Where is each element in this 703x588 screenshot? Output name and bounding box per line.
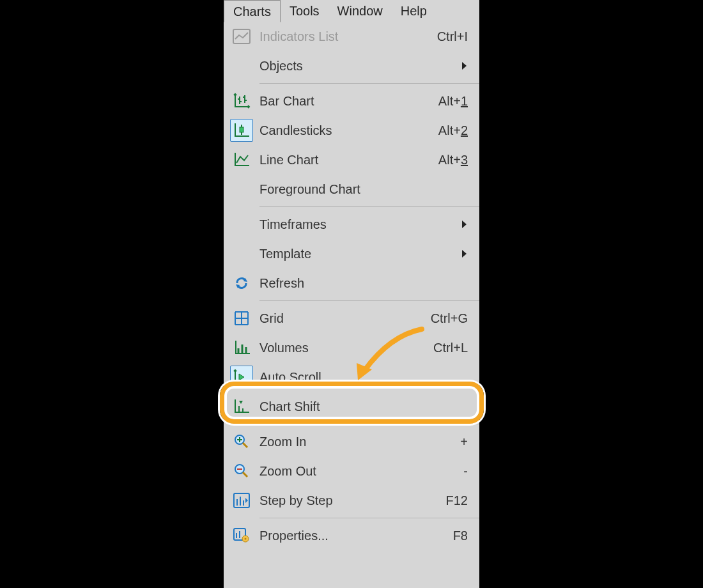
indicators-icon [233, 29, 251, 44]
svg-marker-15 [239, 401, 243, 404]
zoom-out-icon [233, 463, 250, 479]
menu-label: Zoom Out [259, 464, 457, 479]
charts-menu: Indicators List Ctrl+I Objects [224, 22, 479, 550]
menu-item-auto-scroll[interactable]: Auto Scroll [224, 362, 479, 392]
menu-label: Template [259, 247, 468, 261]
bar-chart-icon [233, 93, 251, 109]
menu-label: Foreground Chart [259, 182, 468, 197]
separator [259, 300, 479, 301]
menu-shortcut: + [454, 435, 468, 449]
menu-item-zoom-in[interactable]: Zoom In + [224, 427, 479, 456]
menu-shortcut: - [457, 464, 468, 479]
menu-item-candlesticks[interactable]: Candlesticks Alt+2 [224, 116, 479, 145]
svg-line-19 [243, 443, 247, 447]
menu-label: Bar Chart [259, 94, 432, 109]
menu-label: Zoom In [259, 435, 454, 449]
menu-shortcut: Alt+2 [432, 123, 468, 138]
step-icon [233, 493, 250, 508]
menubar-item-window[interactable]: Window [328, 0, 392, 22]
menu-item-bar-chart[interactable]: Bar Chart Alt+1 [224, 86, 479, 116]
separator [259, 518, 479, 518]
menu-item-volumes[interactable]: Volumes Ctrl+L [224, 333, 479, 362]
menu-item-zoom-out[interactable]: Zoom Out - [224, 456, 479, 486]
menubar: Charts Tools Window Help [224, 0, 479, 22]
menu-label: Line Chart [259, 153, 432, 167]
menu-label: Candlesticks [259, 123, 432, 138]
menu-shortcut: Alt+1 [432, 94, 468, 109]
separator [259, 424, 479, 424]
submenu-arrow-icon [462, 220, 467, 228]
menu-shortcut: Ctrl+L [427, 341, 468, 355]
svg-marker-14 [239, 374, 244, 380]
menu-label: Indicators List [259, 29, 431, 44]
svg-line-23 [243, 472, 247, 477]
svg-rect-8 [240, 127, 243, 132]
properties-icon [233, 528, 250, 543]
menu-item-line-chart[interactable]: Line Chart Alt+3 [224, 145, 479, 174]
menu-shortcut: F8 [447, 529, 468, 543]
chart-shift-icon [233, 398, 251, 415]
menu-label: Refresh [259, 276, 468, 291]
menu-label: Grid [259, 311, 424, 326]
menu-label: Chart Shift [259, 399, 468, 414]
menu-label: Objects [259, 59, 468, 74]
menu-label: Timeframes [259, 217, 468, 232]
zoom-in-icon [233, 433, 250, 450]
menubar-item-charts[interactable]: Charts [224, 0, 281, 22]
menu-shortcut: Ctrl+I [431, 29, 468, 44]
app-window: Charts Tools Window Help Indicators List… [224, 0, 479, 588]
separator [259, 206, 479, 207]
menu-shortcut: Ctrl+G [424, 311, 468, 326]
menu-item-refresh[interactable]: Refresh [224, 268, 479, 298]
menu-shortcut: F12 [440, 493, 468, 508]
candlesticks-icon [230, 119, 253, 142]
menubar-item-help[interactable]: Help [392, 0, 436, 22]
menu-item-grid[interactable]: Grid Ctrl+G [224, 304, 479, 333]
grid-icon [234, 311, 249, 326]
svg-marker-29 [245, 498, 248, 503]
separator [259, 83, 479, 84]
menu-label: Auto Scroll [259, 370, 468, 385]
menu-item-chart-shift[interactable]: Chart Shift [224, 392, 479, 421]
menu-shortcut: Alt+3 [432, 153, 468, 167]
menu-item-template[interactable]: Template [224, 239, 479, 268]
menu-item-foreground-chart[interactable]: Foreground Chart [224, 174, 479, 204]
svg-point-34 [245, 538, 247, 540]
menu-item-objects[interactable]: Objects [224, 51, 479, 81]
menu-item-indicators-list: Indicators List Ctrl+I [224, 22, 479, 51]
menu-label: Properties... [259, 529, 447, 543]
menubar-item-tools[interactable]: Tools [281, 0, 328, 22]
menu-label: Step by Step [259, 493, 440, 508]
volumes-icon [233, 339, 250, 356]
menu-item-timeframes[interactable]: Timeframes [224, 210, 479, 239]
menu-item-properties[interactable]: Properties... F8 [224, 521, 479, 550]
menu-item-step-by-step[interactable]: Step by Step F12 [224, 486, 479, 515]
submenu-arrow-icon [462, 62, 467, 70]
auto-scroll-icon [230, 366, 253, 389]
menu-label: Volumes [259, 341, 427, 355]
submenu-arrow-icon [462, 250, 467, 258]
line-chart-icon [233, 151, 251, 168]
refresh-icon [233, 275, 250, 291]
